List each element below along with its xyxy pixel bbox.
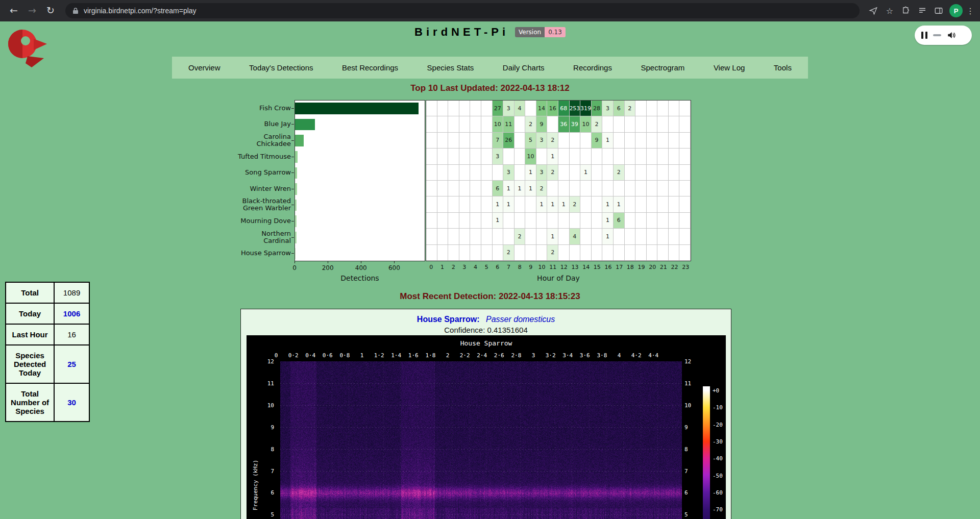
bar-chart — [295, 100, 425, 261]
heatmap-cell — [592, 245, 603, 261]
url-text: virginia.birdnetpi.com/?stream=play — [84, 7, 197, 15]
browser-toolbar: ← → ↻ virginia.birdnetpi.com/?stream=pla… — [0, 0, 980, 21]
hour-tick-label: 9 — [525, 264, 536, 270]
heatmap-cell — [625, 149, 636, 164]
spectrogram-time-tick: 3·8 — [597, 352, 607, 359]
heatmap-cell — [669, 165, 680, 181]
heatmap-cell — [580, 196, 592, 212]
reading-list-icon[interactable] — [915, 3, 930, 18]
spectrogram-ylabel: Frequency (kHz) — [252, 455, 259, 516]
heatmap-cell: 1 — [525, 165, 536, 181]
hour-tick-label: 5 — [481, 264, 492, 270]
audio-player[interactable] — [915, 26, 972, 45]
heatmap-cell: 1 — [503, 181, 514, 196]
forward-button[interactable]: → — [23, 2, 41, 19]
heatmap-cell — [635, 101, 647, 116]
spectrogram-panel: House Sparrow Frequency (kHz) 00·20·40·6… — [247, 335, 726, 519]
bar-chart-xlabel: Detections — [295, 274, 425, 282]
spectrogram-time-tick: 1·8 — [425, 352, 435, 359]
hour-tick-label: 16 — [603, 264, 614, 270]
heatmap-cell — [558, 149, 570, 164]
nav-item-view-log[interactable]: View Log — [710, 63, 748, 72]
extensions-puzzle-icon[interactable] — [898, 3, 914, 18]
spectrogram-time-tick: 3·2 — [546, 352, 556, 359]
stat-value[interactable]: 30 — [54, 383, 89, 422]
detection-common-name[interactable]: House Sparrow: — [417, 315, 480, 324]
heatmap-cell — [602, 181, 614, 196]
address-bar[interactable]: virginia.birdnetpi.com/?stream=play — [65, 3, 860, 18]
heatmap-cell — [459, 149, 471, 164]
spectrogram-time-tick: 2 — [446, 352, 450, 359]
nav-item-spectrogram[interactable]: Spectrogram — [638, 63, 688, 72]
hour-axis: 01234567891011121314151617181920212223 — [426, 264, 691, 270]
spectrogram-freq-tick: 9 — [261, 424, 274, 431]
heatmap-cell: 39 — [570, 116, 581, 132]
nav-item-best-recordings[interactable]: Best Recordings — [339, 63, 401, 72]
heatmap-cell — [625, 133, 636, 149]
reload-button[interactable]: ↻ — [42, 2, 59, 19]
heatmap-cell — [625, 196, 636, 212]
heatmap-cell: 10 — [493, 116, 504, 132]
nav-item-recordings[interactable]: Recordings — [570, 63, 615, 72]
heatmap-cell: 2 — [570, 196, 581, 212]
stat-label: Today — [6, 303, 54, 324]
nav-item-species-stats[interactable]: Species Stats — [424, 63, 477, 72]
species-axis-tick — [291, 221, 294, 221]
heatmap-cell — [625, 181, 636, 196]
stat-label: Last Hour — [6, 324, 54, 345]
spectrogram-time-tick: 1·4 — [391, 352, 401, 359]
heatmap-cell — [679, 229, 691, 244]
version-badge: Version 0.13 — [515, 27, 566, 37]
heatmap-cell: 1 — [580, 165, 592, 181]
heatmap-cell — [448, 181, 459, 196]
heatmap-cell — [514, 133, 526, 149]
stat-label: Species Detected Today — [6, 345, 54, 383]
detection-scientific-name[interactable]: Passer domesticus — [486, 315, 555, 324]
x-tick — [295, 261, 295, 263]
volume-icon[interactable] — [947, 31, 956, 40]
heatmap-cell — [657, 165, 669, 181]
heatmap-cell — [679, 245, 691, 261]
detection-box: House Sparrow: Passer domesticus Confide… — [240, 309, 731, 519]
back-button[interactable]: ← — [5, 2, 22, 19]
pause-icon[interactable] — [921, 32, 927, 39]
nav-item-tools[interactable]: Tools — [771, 63, 795, 72]
nav-item-today-s-detections[interactable]: Today's Detections — [246, 63, 316, 72]
bookmark-star-icon[interactable]: ☆ — [882, 3, 897, 18]
heatmap-cell — [547, 116, 558, 132]
side-panel-icon[interactable] — [931, 3, 946, 18]
heatmap-cell — [635, 213, 647, 229]
seek-slider[interactable] — [933, 34, 941, 36]
heatmap-cell — [592, 213, 603, 229]
heatmap-cell — [448, 101, 459, 116]
heatmap-cell — [614, 181, 625, 196]
heatmap-cell: 9 — [592, 133, 603, 149]
heatmap-cell — [536, 245, 548, 261]
heatmap-cell — [669, 229, 680, 244]
species-axis-tick — [291, 237, 294, 238]
heatmap-cell: 7 — [493, 133, 504, 149]
heatmap-cell — [669, 213, 680, 229]
nav-item-overview[interactable]: Overview — [185, 63, 224, 72]
heatmap-cell — [558, 245, 570, 261]
stat-value[interactable]: 25 — [54, 345, 89, 383]
profile-avatar[interactable]: P — [949, 4, 963, 17]
stat-value[interactable]: 1006 — [54, 303, 89, 324]
spectrogram-time-tick: 0·8 — [339, 352, 350, 359]
heatmap-cell — [426, 116, 437, 132]
colorbar-tick: -70 — [713, 506, 723, 513]
heatmap-cell — [669, 245, 680, 261]
version-value: 0.13 — [545, 27, 566, 37]
menu-kebab-icon[interactable]: ⋮ — [966, 6, 975, 16]
stats-row: Today1006 — [6, 303, 89, 324]
stats-row: Species Detected Today25 — [6, 345, 89, 383]
spectrogram-time-tick: 3 — [532, 352, 535, 359]
heatmap-cell — [470, 101, 481, 116]
send-icon[interactable] — [866, 3, 881, 18]
nav-item-daily-charts[interactable]: Daily Charts — [500, 63, 548, 72]
colorbar-tick: -60 — [713, 489, 723, 496]
heatmap-cell — [448, 116, 459, 132]
spectrogram-time-tick: 1 — [360, 352, 364, 359]
heatmap-cell — [437, 229, 449, 244]
heatmap-cell — [580, 181, 592, 196]
